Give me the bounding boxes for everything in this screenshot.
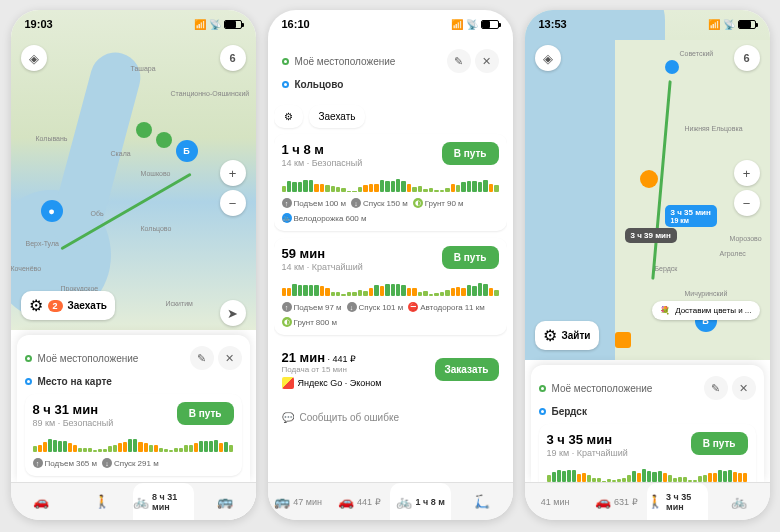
go-button[interactable]: В путь xyxy=(691,432,748,455)
to-label: Бердск xyxy=(552,406,587,417)
tab-transit[interactable]: 🚌47 мин xyxy=(268,483,329,520)
route-tooltip-active[interactable]: 3 ч 35 мин 19 км xyxy=(665,205,717,227)
tab-transit[interactable]: 🚌 xyxy=(194,483,255,520)
from-dot-icon xyxy=(282,58,289,65)
tab-car[interactable]: 🚗631 ₽ xyxy=(586,483,647,520)
from-label: Моё местоположение xyxy=(295,56,396,67)
edit-button[interactable]: ✎ xyxy=(704,376,728,400)
taxi-card[interactable]: 21 мин · 441 ₽ Подача от 15 мин Яндекс G… xyxy=(274,342,507,397)
status-time: 13:53 xyxy=(539,18,567,30)
poi-marker[interactable] xyxy=(615,332,631,348)
to-dot-icon xyxy=(539,408,546,415)
status-right: 📶 📡 xyxy=(194,19,242,30)
tab-car[interactable]: 🚗 xyxy=(11,483,72,520)
tab-walk[interactable]: 🚶3 ч 35 мин xyxy=(647,483,708,520)
screen-3: 13:53 📶 📡 Советский Нижняя Ельцовка Берд… xyxy=(525,10,770,520)
map-view[interactable]: Ташара Станционно-Ояшинский Колывань Ска… xyxy=(11,10,256,330)
location-from-row[interactable]: Моё местоположение ✎ ✕ xyxy=(539,373,756,403)
edit-button[interactable]: ✎ xyxy=(190,346,214,370)
tab-bike[interactable]: 🚲1 ч 8 м xyxy=(390,483,451,520)
location-to-row[interactable]: Кольцово xyxy=(282,76,499,93)
tab-bike[interactable]: 🚲8 ч 31 мин xyxy=(133,483,194,520)
elevation-chart xyxy=(282,278,499,296)
zoom-in-button[interactable]: + xyxy=(220,160,246,186)
locations-header: Моё местоположение ✎ ✕ Кольцово xyxy=(274,40,507,99)
layers-button[interactable]: ◈ xyxy=(21,45,47,71)
routes-sheet[interactable]: Моё местоположение ✎ ✕ Кольцово ⚙ Заехат… xyxy=(274,40,507,482)
order-button[interactable]: Заказать xyxy=(435,358,499,381)
report-button[interactable]: 💬 Сообщить об ошибке xyxy=(274,404,507,431)
location-from-row[interactable]: Моё местоположение ✎ ✕ xyxy=(25,343,242,373)
close-button[interactable]: ✕ xyxy=(218,346,242,370)
traffic-button[interactable]: 6 xyxy=(220,45,246,71)
bus-icon: 🚌 xyxy=(274,494,290,509)
close-button[interactable]: ✕ xyxy=(475,49,499,73)
route-card[interactable]: 8 ч 31 мин 89 км · Безопасный В путь ↑По… xyxy=(25,394,242,476)
route-dist: 14 км · Безопасный xyxy=(282,158,363,168)
mode-tabs: 🚗 🚶 🚲8 ч 31 мин 🚌 xyxy=(11,482,256,520)
dirt-icon: ◐ xyxy=(282,317,292,327)
zoom-in-button[interactable]: + xyxy=(734,160,760,186)
traffic-button[interactable]: 6 xyxy=(734,45,760,71)
wifi-icon: 📡 xyxy=(466,19,478,30)
route-card-1[interactable]: 1 ч 8 м 14 км · Безопасный В путь ↑Подъе… xyxy=(274,134,507,231)
locate-button[interactable]: ➤ xyxy=(220,300,246,326)
bike-icon: 🚲 xyxy=(731,494,747,509)
tab-walk[interactable]: 🚶 xyxy=(72,483,133,520)
location-from-row[interactable]: Моё местоположение ✎ ✕ xyxy=(282,46,499,76)
pin-b[interactable]: Б xyxy=(176,140,198,162)
tab-scooter[interactable]: 🛴 xyxy=(451,483,512,520)
taxi-sub: Подача от 15 мин xyxy=(282,365,382,374)
bus-icon: 🚌 xyxy=(217,494,233,509)
filter-row: ⚙ Заехать xyxy=(274,105,507,128)
close-button[interactable]: ✕ xyxy=(732,376,756,400)
filter-pill[interactable]: ⚙ 2 Заехать xyxy=(21,291,115,320)
zoom-out-button[interactable]: − xyxy=(220,190,246,216)
tab-car[interactable]: 🚗441 ₽ xyxy=(329,483,390,520)
to-dot-icon xyxy=(282,81,289,88)
route-card-2[interactable]: 59 мин 14 км · Кратчайший В путь ↑Подъем… xyxy=(274,238,507,335)
flowers-icon: 💐 xyxy=(660,306,670,315)
sliders-icon: ⚙ xyxy=(543,326,557,345)
promo-text: Доставим цветы и ... xyxy=(675,306,751,315)
status-right: 📶 📡 xyxy=(451,19,499,30)
route-time: 59 мин xyxy=(282,246,363,261)
pin-mode-1[interactable] xyxy=(156,132,172,148)
filter-button[interactable]: ⚙ xyxy=(274,105,303,128)
yandex-icon xyxy=(282,377,294,389)
down-icon: ↓ xyxy=(102,458,112,468)
route-tooltip-alt[interactable]: 3 ч 39 мин xyxy=(625,228,677,243)
pin-start[interactable] xyxy=(665,60,679,74)
go-button[interactable]: В путь xyxy=(442,246,499,269)
layers-button[interactable]: ◈ xyxy=(535,45,561,71)
battery-icon xyxy=(481,20,499,29)
bottom-sheet[interactable]: Моё местоположение ✎ ✕ Место на карте 8 … xyxy=(17,335,250,482)
car-icon: 🚗 xyxy=(338,494,354,509)
pin-start[interactable]: ● xyxy=(41,200,63,222)
route-dist: 19 км · Кратчайший xyxy=(547,448,628,458)
bottom-sheet[interactable]: Моё местоположение ✎ ✕ Бердск 3 ч 35 мин… xyxy=(531,365,764,482)
battery-icon xyxy=(224,20,242,29)
location-to-row[interactable]: Бердск xyxy=(539,403,756,420)
edit-button[interactable]: ✎ xyxy=(447,49,471,73)
tab-transit[interactable]: 41 мин xyxy=(525,483,586,520)
route-stats: ↑Подъем 100 м ↓Спуск 150 м ◐Грунт 90 м 🚲… xyxy=(282,198,499,223)
down-icon: ↓ xyxy=(347,302,357,312)
route-time: 1 ч 8 м xyxy=(282,142,363,157)
poi-pin[interactable] xyxy=(640,170,658,188)
go-button[interactable]: В путь xyxy=(177,402,234,425)
zoom-out-button[interactable]: − xyxy=(734,190,760,216)
pin-mode-2[interactable] xyxy=(136,122,152,138)
enter-button[interactable]: Заехать xyxy=(309,105,366,128)
location-to-row[interactable]: Место на карте xyxy=(25,373,242,390)
taxi-price: 441 ₽ xyxy=(333,354,357,364)
promo-pill[interactable]: 💐 Доставим цветы и ... xyxy=(652,301,759,320)
chat-icon: 💬 xyxy=(282,412,294,423)
report-label: Сообщить об ошибке xyxy=(300,412,399,423)
tab-bike[interactable]: 🚲 xyxy=(708,483,769,520)
signal-icon: 📶 xyxy=(451,19,463,30)
go-button[interactable]: В путь xyxy=(442,142,499,165)
status-bar: 19:03 📶 📡 xyxy=(11,10,256,38)
filter-pill[interactable]: ⚙ Зайти xyxy=(535,321,599,350)
map-view[interactable]: Советский Нижняя Ельцовка Бердск Мичурин… xyxy=(525,10,770,360)
